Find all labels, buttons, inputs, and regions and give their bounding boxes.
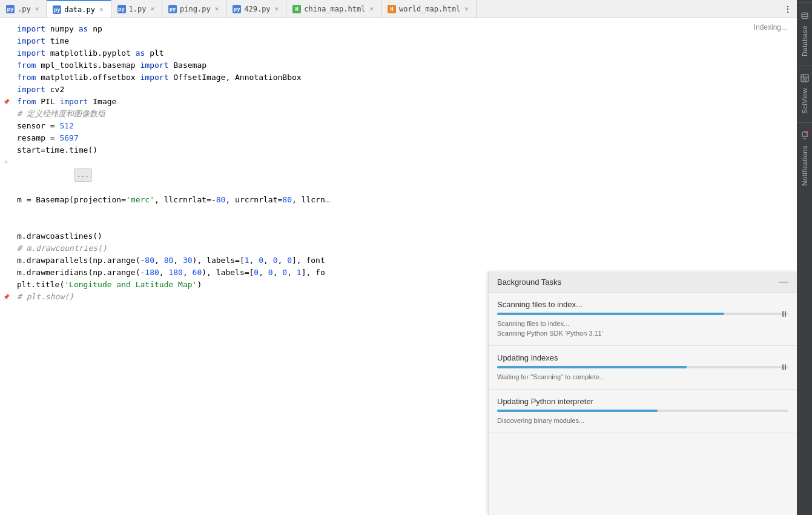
panel-header: Background Tasks — xyxy=(489,271,797,293)
line-gutter-fold[interactable]: + xyxy=(0,156,12,168)
task-2-progress-container: ⏸ xyxy=(497,366,788,368)
sidebar-section-sciview: SciView xyxy=(797,65,812,121)
task-1-progress-bar xyxy=(497,313,724,315)
tab-label-6: china_map.html xyxy=(304,5,365,13)
fold-bracket[interactable]: ... xyxy=(74,168,92,182)
notifications-icon[interactable] xyxy=(797,128,812,143)
tab-icon-py1: py xyxy=(6,5,15,13)
line-content: from matplotlib.offsetbox import OffsetI… xyxy=(12,71,792,84)
code-line: m = Basemap(projection='merc', llcrnrlat… xyxy=(0,194,797,206)
tab-label-5: 429.py xyxy=(244,5,270,13)
sidebar-section-notifications: Notifications xyxy=(797,122,812,193)
background-tasks-panel: Background Tasks — Scanning files to ind… xyxy=(488,271,797,515)
task-1-subtitle-line2: Scanning Python SDK 'Python 3.11' xyxy=(497,328,788,338)
tab-icon-html2: H xyxy=(388,5,396,13)
task-scanning: Scanning files to index... ⏸ Scanning fi… xyxy=(489,293,797,346)
tab-close-6[interactable]: ✕ xyxy=(368,4,375,13)
code-line: import numpy as np xyxy=(0,23,797,35)
tab-icon-py3: py xyxy=(117,5,126,13)
code-line-folded: + ... xyxy=(0,156,797,194)
tab-data-py[interactable]: py data.py ✕ xyxy=(47,0,111,18)
tab-label-3: 1.py xyxy=(129,5,147,13)
tab-ping-py[interactable]: py ping.py ✕ xyxy=(162,0,226,18)
tab-close-2[interactable]: ✕ xyxy=(98,5,105,14)
tab-py-partial[interactable]: py .py ✕ xyxy=(0,0,47,18)
task-3-progress-container xyxy=(497,410,788,412)
svg-point-0 xyxy=(802,13,808,15)
line-content: m = Basemap(projection='merc', llcrnrlat… xyxy=(12,194,792,206)
line-content xyxy=(12,218,792,230)
task-2-title: Updating indexes xyxy=(497,353,788,362)
tab-overflow-button[interactable]: ⋮ xyxy=(779,4,797,14)
line-content: resamp = 5697 xyxy=(12,132,792,144)
right-sidebar: Database SciView Notifications xyxy=(797,0,812,515)
tab-world-map-html[interactable]: H world_map.html ✕ xyxy=(381,0,477,18)
tab-label-1: .py xyxy=(18,5,31,13)
tab-icon-py4: py xyxy=(168,5,177,13)
database-icon[interactable] xyxy=(797,8,812,23)
task-2-subtitle-line1: Waiting for "Scanning" to complete... xyxy=(497,372,788,382)
line-content: from mpl_toolkits.basemap import Basemap xyxy=(12,59,792,71)
line-content: m.drawparallels(np.arange(-80, 80, 30), … xyxy=(12,254,792,267)
editor-content-area: Indexing... import numpy as np import ti… xyxy=(0,18,797,515)
line-content: # m.drawcountries() xyxy=(12,242,792,254)
line-content: m.drawcoastlines() xyxy=(12,230,792,242)
line-content: import numpy as np xyxy=(12,23,792,35)
sciview-label[interactable]: SciView xyxy=(801,85,808,116)
tab-close-3[interactable]: ✕ xyxy=(149,4,156,13)
code-line: m.drawparallels(np.arange(-80, 80, 30), … xyxy=(0,254,797,267)
svg-point-5 xyxy=(805,131,808,134)
tab-icon-html1: H xyxy=(292,5,301,13)
tab-close-7[interactable]: ✕ xyxy=(463,4,470,13)
tab-429-py[interactable]: py 429.py ✕ xyxy=(226,0,286,18)
line-content: start=time.time() xyxy=(12,144,792,156)
database-label[interactable]: Database xyxy=(801,23,808,59)
code-line: resamp = 5697 xyxy=(0,132,797,144)
code-line: # 定义经纬度和图像数组 xyxy=(0,108,797,120)
task-updating-indexes: Updating indexes ⏸ Waiting for "Scanning… xyxy=(489,346,797,390)
code-line: 📌 from PIL import Image xyxy=(0,96,797,108)
task-1-progress-container: ⏸ xyxy=(497,313,788,315)
tab-close-1[interactable]: ✕ xyxy=(34,4,41,13)
task-2-pause-button[interactable]: ⏸ xyxy=(780,362,788,372)
svg-point-4 xyxy=(804,78,807,81)
task-updating-python: Updating Python interpreter Discovering … xyxy=(489,390,797,433)
tab-label-4: ping.py xyxy=(180,5,211,13)
tab-bar: py .py ✕ py data.py ✕ py 1.py ✕ py ping.… xyxy=(0,0,797,18)
tab-china-map-html[interactable]: H china_map.html ✕ xyxy=(286,0,381,18)
notifications-label[interactable]: Notifications xyxy=(801,143,808,188)
tab-close-4[interactable]: ✕ xyxy=(214,4,220,13)
tab-icon-py5: py xyxy=(233,5,241,13)
code-line: from matplotlib.offsetbox import OffsetI… xyxy=(0,71,797,84)
line-content: # 定义经纬度和图像数组 xyxy=(12,108,792,120)
tab-label-7: world_map.html xyxy=(399,5,460,13)
task-1-title: Scanning files to index... xyxy=(497,300,788,309)
indexing-status: Indexing... xyxy=(754,23,787,32)
panel-title: Background Tasks xyxy=(497,277,561,287)
sciview-icon[interactable] xyxy=(797,70,812,85)
line-content: import time xyxy=(12,35,792,47)
line-content: import cv2 xyxy=(12,84,792,96)
tab-close-5[interactable]: ✕ xyxy=(274,4,280,13)
code-line: start=time.time() xyxy=(0,144,797,156)
line-content: sensor = 512 xyxy=(12,120,792,132)
task-1-pause-button[interactable]: ⏸ xyxy=(780,309,788,319)
code-line: m.drawcoastlines() xyxy=(0,230,797,242)
line-content xyxy=(12,206,792,218)
task-2-progress-bar xyxy=(497,366,687,368)
task-3-progress-bar xyxy=(497,410,658,412)
sidebar-section-database: Database xyxy=(797,2,812,64)
code-line: sensor = 512 xyxy=(0,120,797,132)
task-1-subtitle-line1: Scanning files to index... xyxy=(497,319,788,328)
line-content: from PIL import Image xyxy=(12,96,792,108)
task-1-subtitle: Scanning files to index... Scanning Pyth… xyxy=(497,319,788,338)
line-gutter-pin: 📌 xyxy=(0,96,12,108)
code-line xyxy=(0,218,797,230)
code-line: # m.drawcountries() xyxy=(0,242,797,254)
task-2-subtitle: Waiting for "Scanning" to complete... xyxy=(497,372,788,382)
code-line: import matplotlib.pyplot as plt xyxy=(0,47,797,59)
tab-1-py[interactable]: py 1.py ✕ xyxy=(111,0,163,18)
tab-label-2: data.py xyxy=(64,5,95,14)
line-gutter-pin2: 📌 xyxy=(0,291,12,303)
panel-minimize-button[interactable]: — xyxy=(779,276,788,287)
